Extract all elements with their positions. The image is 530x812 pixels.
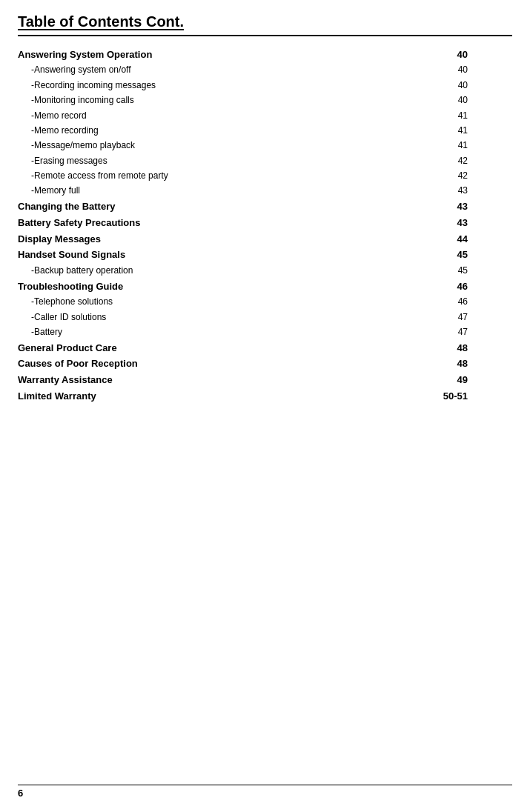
toc-main-label: Warranty Assistance (18, 373, 438, 389)
toc-row: Troubleshooting Guide46 (18, 279, 512, 295)
toc-page-number: 49 (438, 373, 512, 389)
toc-page-number: 47 (438, 325, 512, 340)
toc-row: -Memory full43 (18, 184, 512, 199)
toc-page-number: 42 (438, 169, 512, 184)
toc-sub-label: -Erasing messages (18, 153, 438, 168)
toc-sub-label: -Memo record (18, 108, 438, 123)
toc-row: -Battery47 (18, 325, 512, 340)
toc-sub-label: -Remote access from remote party (18, 169, 438, 184)
toc-page-number: 48 (438, 340, 512, 356)
toc-row: Warranty Assistance49 (18, 373, 512, 389)
toc-page-number: 47 (438, 310, 512, 325)
toc-row: Causes of Poor Reception48 (18, 356, 512, 373)
page-title: Table of Contents Cont. (18, 13, 512, 36)
toc-sub-label: -Battery (18, 325, 438, 340)
toc-sub-label: -Memory full (18, 184, 438, 199)
toc-sub-label: -Message/memo playback (18, 139, 438, 153)
toc-main-label: Limited Warranty (18, 389, 438, 405)
toc-page-number: 45 (438, 264, 512, 279)
toc-page-number: 43 (438, 199, 512, 215)
toc-page-number: 46 (438, 279, 512, 295)
toc-row: -Monitoring incoming calls40 (18, 93, 512, 108)
toc-row: Handset Sound Signals45 (18, 247, 512, 264)
toc-page-number: 45 (438, 247, 512, 264)
toc-row: -Erasing messages42 (18, 153, 512, 168)
toc-row: Answering System Operation40 (18, 47, 512, 63)
toc-row: Changing the Battery43 (18, 199, 512, 215)
toc-sub-label: -Caller ID solutions (18, 310, 438, 325)
toc-sub-label: -Backup battery operation (18, 264, 438, 279)
toc-sub-label: -Monitoring incoming calls (18, 93, 438, 108)
page-container: Table of Contents Cont. Answering System… (0, 0, 530, 812)
toc-page-number: 43 (438, 184, 512, 199)
toc-page-number: 50-51 (438, 389, 512, 405)
toc-main-label: General Product Care (18, 340, 438, 356)
toc-row: Limited Warranty50-51 (18, 389, 512, 405)
toc-row: -Caller ID solutions47 (18, 310, 512, 325)
toc-row: Battery Safety Precautions43 (18, 215, 512, 231)
toc-main-label: Battery Safety Precautions (18, 215, 438, 231)
toc-page-number: 46 (438, 295, 512, 310)
toc-row: -Message/memo playback41 (18, 139, 512, 153)
toc-main-label: Causes of Poor Reception (18, 356, 438, 373)
toc-sub-label: -Answering system on/off (18, 63, 438, 78)
toc-row: -Answering system on/off40 (18, 63, 512, 78)
toc-sub-label: -Recording incoming messages (18, 78, 438, 93)
toc-row: -Backup battery operation45 (18, 264, 512, 279)
footer-line (18, 785, 512, 785)
toc-page-number: 44 (438, 231, 512, 247)
toc-page-number: 41 (438, 139, 512, 153)
toc-page-number: 43 (438, 215, 512, 231)
toc-row: General Product Care48 (18, 340, 512, 356)
toc-main-label: Changing the Battery (18, 199, 438, 215)
toc-page-number: 41 (438, 123, 512, 138)
toc-table: Answering System Operation40-Answering s… (18, 47, 512, 405)
toc-main-label: Answering System Operation (18, 47, 438, 63)
toc-row: -Telephone solutions46 (18, 295, 512, 310)
toc-page-number: 40 (438, 47, 512, 63)
toc-page-number: 40 (438, 93, 512, 108)
toc-main-label: Troubleshooting Guide (18, 279, 438, 295)
toc-sub-label: -Memo recording (18, 123, 438, 138)
toc-main-label: Handset Sound Signals (18, 247, 438, 264)
page-number-footer: 6 (18, 788, 23, 799)
toc-page-number: 48 (438, 356, 512, 373)
toc-row: -Recording incoming messages40 (18, 78, 512, 93)
toc-row: Display Messages44 (18, 231, 512, 247)
toc-main-label: Display Messages (18, 231, 438, 247)
toc-row: -Memo recording41 (18, 123, 512, 138)
toc-page-number: 40 (438, 78, 512, 93)
toc-row: -Remote access from remote party42 (18, 169, 512, 184)
toc-page-number: 41 (438, 108, 512, 123)
toc-row: -Memo record41 (18, 108, 512, 123)
toc-page-number: 40 (438, 63, 512, 78)
toc-sub-label: -Telephone solutions (18, 295, 438, 310)
toc-page-number: 42 (438, 153, 512, 168)
